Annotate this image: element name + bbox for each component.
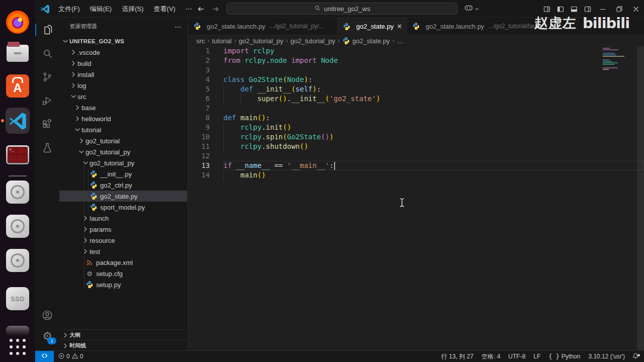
toggle-primary-sidebar-icon[interactable]: [553, 0, 567, 18]
toggle-panel-icon[interactable]: [567, 0, 581, 18]
activity-settings-gear[interactable]: ⚙1: [35, 328, 59, 344]
breadcrumb-item[interactable]: go2_tutorial_py: [290, 37, 335, 45]
tree-item-setup.py[interactable]: setup.py: [59, 279, 187, 290]
code-line[interactable]: [223, 104, 644, 113]
minimize-button[interactable]: [594, 0, 611, 18]
dock-item-terminal[interactable]: >_: [6, 143, 30, 167]
toggle-secondary-sidebar-icon[interactable]: [581, 0, 594, 18]
menu-edit[interactable]: 编辑(E): [85, 3, 117, 16]
code-line[interactable]: rclpy.spin(Go2State()): [223, 132, 644, 142]
activity-extensions[interactable]: [35, 116, 59, 132]
tree-item-log[interactable]: log: [59, 80, 187, 91]
line-number[interactable]: 5: [188, 84, 223, 94]
problems-status[interactable]: 0 0: [54, 352, 87, 361]
line-number[interactable]: 9: [188, 123, 223, 132]
tree-item-test[interactable]: test: [59, 246, 187, 257]
code-line[interactable]: class Go2State(Node):: [223, 75, 644, 84]
tree-item-package.xml[interactable]: package.xml: [59, 257, 187, 268]
activity-accounts[interactable]: [35, 307, 59, 323]
menu-selection[interactable]: 选择(S): [117, 3, 148, 16]
dock-item-disk-utility[interactable]: [6, 214, 30, 238]
editor-scrollbar[interactable]: [637, 46, 644, 350]
line-number[interactable]: 2: [188, 56, 223, 65]
command-center-search[interactable]: unitree_go2_ws: [226, 3, 458, 15]
dock-item-firefox[interactable]: [6, 10, 30, 34]
code-line[interactable]: super().__init__('go2_state'): [223, 94, 644, 104]
status-cursor-position[interactable]: 行 13, 列 27: [437, 351, 477, 362]
code-lines[interactable]: import rclpyfrom rclpy.node import Nodec…: [223, 46, 644, 350]
copilot-button[interactable]: [464, 3, 479, 15]
activity-explorer[interactable]: [35, 22, 59, 38]
code-editor[interactable]: 1234567891011121314 import rclpyfrom rcl…: [188, 46, 644, 350]
dock-item-disk-utility[interactable]: [6, 180, 30, 204]
tree-item-go2_tutorial_py[interactable]: go2_tutorial_py: [59, 146, 187, 157]
code-line[interactable]: [223, 65, 644, 75]
status-language-mode[interactable]: { }Python: [544, 351, 584, 362]
code-line[interactable]: rclpy.init(): [223, 123, 644, 132]
breadcrumb-item[interactable]: go2_tutorial_py: [238, 37, 283, 45]
status-indentation[interactable]: 空格: 4: [477, 351, 504, 362]
tree-item-install[interactable]: install: [59, 69, 187, 80]
line-number[interactable]: 4: [188, 75, 223, 84]
tree-item-.vscode[interactable]: .vscode: [59, 47, 187, 58]
menu-file[interactable]: 文件(F): [53, 3, 85, 16]
breadcrumb-item[interactable]: tutorial: [212, 37, 231, 45]
breadcrumb-item[interactable]: src: [196, 37, 205, 45]
tree-item-helloworld[interactable]: helloworld: [59, 113, 187, 124]
tab-close-icon[interactable]: ✕: [396, 23, 402, 31]
tree-item-UNITREE_GO2_WS[interactable]: UNITREE_GO2_WS: [59, 36, 187, 47]
forward-icon[interactable]: [210, 4, 221, 15]
tree-item-resource[interactable]: resource: [59, 235, 187, 246]
tree-item-launch[interactable]: launch: [59, 213, 187, 224]
breadcrumb-item[interactable]: …: [397, 37, 404, 45]
line-number[interactable]: 10: [188, 132, 223, 142]
dock-item-ssd-drive[interactable]: SSD: [6, 287, 30, 311]
activity-source-control[interactable]: [35, 69, 59, 85]
outline-section[interactable]: 大纲: [59, 329, 187, 340]
line-number[interactable]: 7: [188, 104, 223, 113]
code-line[interactable]: from rclpy.node import Node: [223, 56, 644, 65]
code-line[interactable]: import rclpy: [223, 46, 644, 56]
line-number[interactable]: 14: [188, 170, 223, 180]
minimap[interactable]: [603, 48, 634, 70]
tree-item-base[interactable]: base: [59, 102, 187, 113]
tree-item-setup.cfg[interactable]: ⚙setup.cfg: [59, 268, 187, 279]
tree-item-tutorial[interactable]: tutorial: [59, 124, 187, 135]
activity-run-debug[interactable]: [35, 93, 59, 109]
tree-item-params[interactable]: params: [59, 224, 187, 235]
restore-button[interactable]: [611, 0, 627, 18]
code-line[interactable]: if __name__ == '__main__':: [223, 161, 644, 170]
remote-indicator[interactable]: [35, 351, 54, 362]
tree-item-go2_tutorial[interactable]: go2_tutorial: [59, 135, 187, 146]
menu-overflow[interactable]: ⋯: [181, 3, 197, 15]
status-python-interpreter[interactable]: 3.10.12 ('usr'): [584, 351, 629, 362]
tree-item-sport_model.py[interactable]: sport_model.py: [59, 202, 187, 213]
line-number[interactable]: 3: [188, 65, 223, 75]
menu-view[interactable]: 查看(V): [148, 3, 180, 16]
dock-item-ubuntu-software[interactable]: A: [6, 74, 30, 98]
code-line[interactable]: rclpy.shutdown(): [223, 142, 644, 151]
code-line[interactable]: main(): [223, 170, 644, 180]
back-icon[interactable]: [195, 4, 206, 15]
tree-item-build[interactable]: build: [59, 58, 187, 69]
tab-go2_state.py[interactable]: go2_state.py✕: [338, 18, 407, 35]
tab-go2_state.launch.py[interactable]: go2_state.launch.py…/go2_tutorial_py/…: [188, 18, 338, 35]
line-number[interactable]: 1: [188, 46, 223, 56]
line-number[interactable]: 6: [188, 94, 223, 104]
activity-search[interactable]: [35, 45, 59, 61]
line-number[interactable]: 12: [188, 151, 223, 161]
code-line[interactable]: def main():: [223, 113, 644, 123]
tree-item-go2_ctrl.py[interactable]: go2_ctrl.py: [59, 179, 187, 191]
dock-item-disk-utility[interactable]: [6, 248, 30, 273]
line-number-gutter[interactable]: 1234567891011121314: [188, 46, 223, 350]
dock-item-app-grid[interactable]: [6, 335, 30, 359]
tree-item-__init__.py[interactable]: __init__.py: [59, 168, 187, 179]
code-line[interactable]: [223, 151, 644, 161]
line-number[interactable]: 8: [188, 113, 223, 123]
dock-item-vscode[interactable]: [6, 109, 30, 133]
ellipsis-icon[interactable]: ⋯: [175, 23, 182, 31]
line-number[interactable]: 13: [188, 161, 223, 170]
customize-layout-icon[interactable]: [540, 0, 553, 18]
status-encoding[interactable]: UTF-8: [504, 351, 529, 362]
tree-item-go2_tutorial_py[interactable]: go2_tutorial_py: [59, 157, 187, 168]
